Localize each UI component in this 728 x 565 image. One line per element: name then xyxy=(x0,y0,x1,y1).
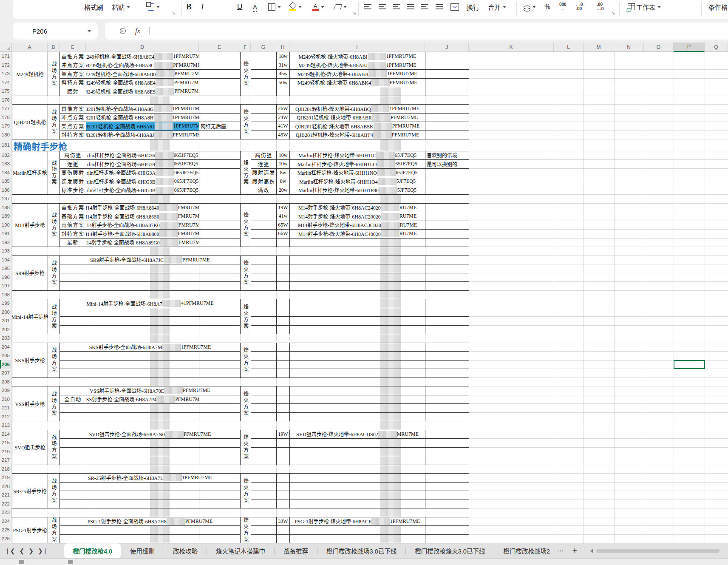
row-header-189[interactable]: 189 xyxy=(0,212,12,221)
note-cell[interactable] xyxy=(199,412,241,422)
note-cell[interactable]: 网红无后座 xyxy=(199,122,241,131)
battle-plan-label[interactable]: 战场方案 xyxy=(48,517,60,544)
remark-cell[interactable] xyxy=(425,430,469,439)
fire-type-cell[interactable] xyxy=(251,500,277,509)
row-header-198[interactable]: 198 xyxy=(0,290,12,300)
price-cell[interactable]: 66W xyxy=(276,229,290,238)
scheme-type-cell[interactable] xyxy=(59,447,86,457)
row-header-219[interactable]: 219 xyxy=(0,473,12,483)
row-header-196[interactable]: 196 xyxy=(0,273,12,282)
row-header-184[interactable]: 184 xyxy=(0,168,12,178)
percent-style-button[interactable]: % xyxy=(544,0,550,14)
gun-name-cell[interactable]: Marlin杠杆步枪 xyxy=(12,151,48,195)
row-header-176[interactable]: 176 xyxy=(0,96,12,105)
fire-type-cell[interactable] xyxy=(251,78,277,88)
remark-cell[interactable] xyxy=(425,168,469,178)
increase-decimal-button[interactable]: ←.0.00 xyxy=(575,0,583,14)
fire-type-cell[interactable] xyxy=(251,113,277,122)
next-sheet-button[interactable]: ❯ xyxy=(28,548,34,554)
fire-code-cell[interactable]: Marlin杠杆步枪-烽火地带-6HIH1JC65JF7EQ5 xyxy=(289,151,425,160)
row-header-182[interactable]: 182 xyxy=(0,151,12,160)
price-cell[interactable] xyxy=(276,473,290,483)
fire-code-cell[interactable]: QJB201轻机枪-烽火地带-6H8ABRPFMRU7ME xyxy=(289,113,425,122)
fire-type-cell[interactable] xyxy=(251,122,277,131)
scheme-type-cell[interactable] xyxy=(59,525,86,535)
row-header-188[interactable]: 188 xyxy=(0,203,12,213)
sheet-grid[interactable]: ABCDEFGHIJKLMNOPQ17117217317417517617717… xyxy=(0,43,728,543)
gun-name-cell[interactable]: SR9射手步枪 xyxy=(12,256,48,291)
scheme-type-cell[interactable] xyxy=(59,482,86,491)
fire-code-cell[interactable]: QJB201轻机枪-烽火地带-6H8ABSKPFMRU7ME xyxy=(289,122,425,131)
fire-plan-label[interactable]: 烽火方案 xyxy=(240,343,251,378)
row-header-211[interactable]: 211 xyxy=(0,403,12,413)
fire-code-cell[interactable] xyxy=(289,369,425,378)
price-cell[interactable]: 31w xyxy=(276,61,290,70)
price-cell[interactable] xyxy=(276,273,290,282)
scheme-code-cell[interactable]: M14射手步枪-全面战场-6H8A86S0FMRU7ME xyxy=(86,212,199,221)
row-header-214[interactable]: 214 xyxy=(0,430,12,439)
fire-type-cell[interactable] xyxy=(251,264,277,273)
scheme-code-cell[interactable]: SR-25射手步枪-全面战场-6H8A7L1PFMRU7ME xyxy=(59,473,241,483)
sheet-tab[interactable]: 橙门楼改枪战场3.0已下线 xyxy=(317,543,405,558)
chevron-down-icon[interactable] xyxy=(88,30,91,32)
battle-plan-label[interactable]: 战场方案 xyxy=(48,386,60,421)
price-cell[interactable]: 26W xyxy=(276,104,290,114)
remark-cell[interactable] xyxy=(425,395,469,404)
fire-type-cell[interactable] xyxy=(251,308,277,317)
column-header-Q[interactable]: Q xyxy=(705,43,728,52)
row-header-181[interactable]: 181 xyxy=(0,139,12,151)
fire-type-cell[interactable] xyxy=(251,360,277,369)
scheme-code-cell[interactable]: Mini-14射手步枪-全面战场-6H8A741PFMRU7ME xyxy=(59,299,241,308)
remark-cell[interactable] xyxy=(425,482,469,491)
fire-type-cell[interactable] xyxy=(251,456,277,465)
price-cell[interactable] xyxy=(276,447,290,457)
row-header-190[interactable]: 190 xyxy=(0,221,12,230)
row-header-200[interactable]: 200 xyxy=(0,308,12,317)
row-header-213[interactable]: 213 xyxy=(0,421,12,430)
scheme-code-cell[interactable] xyxy=(86,273,199,282)
fire-type-cell[interactable] xyxy=(251,482,277,491)
fire-type-cell[interactable] xyxy=(251,438,277,448)
row-header-215[interactable]: 215 xyxy=(0,438,12,448)
remark-cell[interactable] xyxy=(425,131,469,140)
row-header-220[interactable]: 220 xyxy=(0,482,12,491)
scheme-type-cell[interactable]: 斜特方案 xyxy=(59,131,86,140)
battle-plan-label[interactable]: 战场方案 xyxy=(48,203,60,247)
scheme-code-cell[interactable] xyxy=(86,316,199,326)
scheme-code-cell[interactable] xyxy=(86,369,199,378)
align-right-button[interactable] xyxy=(393,0,400,14)
fire-type-cell[interactable] xyxy=(251,316,277,326)
sheet-tab[interactable]: 烽火笔记本搭建中 xyxy=(207,543,274,558)
row-header-209[interactable]: 209 xyxy=(0,386,12,395)
scheme-code-cell[interactable] xyxy=(86,360,199,369)
remark-cell[interactable] xyxy=(425,229,469,238)
remark-cell[interactable]: 是可以换别的 xyxy=(425,159,469,169)
fire-code-cell[interactable] xyxy=(289,534,425,544)
fire-type-cell[interactable] xyxy=(251,351,277,361)
remark-cell[interactable] xyxy=(425,325,469,335)
scheme-code-cell[interactable] xyxy=(86,281,199,291)
fire-type-cell[interactable] xyxy=(251,273,277,282)
battle-plan-label[interactable]: 战场方案 xyxy=(48,104,60,139)
remark-cell[interactable] xyxy=(425,412,469,422)
scheme-code-cell[interactable] xyxy=(86,482,199,491)
fire-type-cell[interactable] xyxy=(251,325,277,335)
fire-code-cell[interactable] xyxy=(289,500,425,509)
more-sheets-button[interactable]: ⋯ xyxy=(552,547,568,555)
fire-type-cell[interactable] xyxy=(251,395,277,404)
fire-type-cell[interactable] xyxy=(251,131,277,140)
price-cell[interactable]: 19W xyxy=(276,203,290,213)
price-cell[interactable] xyxy=(276,87,290,96)
price-cell[interactable]: 41w xyxy=(276,212,290,221)
text-direction-button[interactable]: <> xyxy=(450,0,459,14)
remark-cell[interactable] xyxy=(425,456,469,465)
remark-cell[interactable] xyxy=(425,273,469,282)
note-cell[interactable] xyxy=(199,500,241,509)
remark-cell[interactable] xyxy=(425,238,469,247)
fire-code-cell[interactable] xyxy=(289,343,425,352)
scheme-code-cell[interactable]: rlin杠杆步枪-全面战场-6HIG3A065JF7EQ5 xyxy=(86,168,199,178)
format-painter-button[interactable]: 格式刷 xyxy=(84,0,103,14)
fire-code-cell[interactable]: SVD狙击步枪-烽火地带-6H8ACDS02MRU7ME xyxy=(289,430,425,439)
group-expand-icon[interactable]: ↘ xyxy=(172,10,176,16)
price-cell[interactable] xyxy=(276,412,290,422)
